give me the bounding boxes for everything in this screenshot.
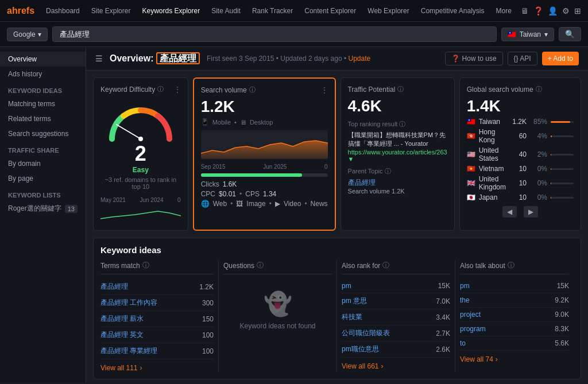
country-flag: 🇭🇰 bbox=[467, 132, 475, 140]
grid-icon[interactable]: ⊞ bbox=[574, 6, 581, 15]
sidebar-item-by-page[interactable]: By page bbox=[0, 171, 86, 186]
ki-keyword[interactable]: 產品經理 專業經理 bbox=[100, 346, 157, 356]
ki-keyword[interactable]: pm職位意思 bbox=[342, 344, 379, 354]
ki-keyword[interactable]: 科技業 bbox=[342, 312, 362, 322]
ki-empty-label: Keyword ideas not found bbox=[239, 322, 315, 330]
tr-info-icon[interactable]: ⓘ bbox=[399, 121, 405, 127]
update-link[interactable]: Update bbox=[349, 55, 371, 63]
ki-keyword[interactable]: 公司職位階級表 bbox=[342, 328, 390, 338]
ki-row: 產品經理 1.2K bbox=[100, 279, 214, 295]
ki-keyword[interactable]: 產品經理 工作內容 bbox=[100, 298, 157, 308]
svg-point-1 bbox=[138, 137, 143, 141]
nav-site-explorer[interactable]: Site Explorer bbox=[87, 5, 136, 17]
nav-keywords-explorer[interactable]: Keywords Explorer bbox=[137, 5, 204, 17]
logo: ahrefs bbox=[7, 6, 34, 16]
sv-value: 1.2K bbox=[201, 98, 328, 116]
ki-col-info-icon[interactable]: ⓘ bbox=[382, 261, 389, 270]
sv-more-icon[interactable]: ⋮ bbox=[321, 86, 328, 94]
nav-web-explorer[interactable]: Web Explorer bbox=[363, 5, 413, 17]
nav-rank-tracker[interactable]: Rank Tracker bbox=[247, 5, 297, 17]
user-icon[interactable]: 👤 bbox=[548, 6, 558, 15]
kd-sparkline bbox=[100, 204, 181, 222]
sidebar-section-keyword-ideas: Keyword ideas bbox=[0, 82, 86, 96]
help-icon[interactable]: ❓ bbox=[533, 6, 543, 15]
nav-more[interactable]: More bbox=[491, 5, 516, 17]
ki-vol: 150 bbox=[202, 315, 214, 323]
search-button[interactable]: 🔍 bbox=[559, 27, 581, 41]
gsv-info-icon[interactable]: ⓘ bbox=[536, 85, 542, 94]
nav-competitive-analysis[interactable]: Competitive Analysis bbox=[416, 5, 489, 17]
sv-sub: 📱 Mobile • 🖥 Desktop bbox=[201, 118, 328, 126]
ki-col-info-icon[interactable]: ⓘ bbox=[508, 261, 514, 270]
api-button[interactable]: {} API bbox=[508, 52, 537, 65]
ki-vol: 100 bbox=[202, 331, 214, 339]
sidebar-item-search-suggestions[interactable]: Search suggestions bbox=[0, 126, 86, 141]
sidebar-item-by-domain[interactable]: By domain bbox=[0, 156, 86, 171]
menu-icon[interactable]: ☰ bbox=[95, 54, 103, 63]
gsv-prev-button[interactable]: ◀ bbox=[502, 206, 517, 218]
kd-desc: ~3 ref. domains to rank in top 10 bbox=[100, 176, 181, 190]
ki-vol: 15K bbox=[557, 282, 569, 290]
ki-keyword[interactable]: 產品經理 薪水 bbox=[100, 314, 144, 324]
pt-info-icon[interactable]: ⓘ bbox=[385, 168, 391, 174]
country-pct: 0% bbox=[530, 165, 547, 173]
ki-keyword[interactable]: to bbox=[460, 339, 466, 347]
kd-info-icon[interactable]: ⓘ bbox=[157, 85, 164, 94]
country-row: 🇹🇼 Taiwan 1.2K 85% bbox=[467, 118, 574, 126]
nav-content-explorer[interactable]: Content Explorer bbox=[300, 5, 361, 17]
view-all-link[interactable]: View all 74 › bbox=[460, 355, 569, 363]
sidebar-item-ads-history[interactable]: Ads history bbox=[0, 67, 86, 82]
parent-topic-label: Parent Topic ⓘ bbox=[348, 167, 447, 176]
ki-col-info-icon[interactable]: ⓘ bbox=[142, 261, 149, 270]
country-row: 🇻🇳 Vietnam 10 0% bbox=[467, 165, 574, 173]
tp-info-icon[interactable]: ⓘ bbox=[397, 85, 404, 94]
kd-label: Easy bbox=[133, 166, 149, 174]
how-to-button[interactable]: ❓ How to use bbox=[445, 52, 502, 65]
view-all-link[interactable]: View all 661 › bbox=[342, 362, 450, 370]
nav-dashboard[interactable]: Dashboard bbox=[41, 5, 84, 17]
cps-value: 1.34 bbox=[263, 190, 276, 198]
parent-topic-keyword[interactable]: 產品經理 bbox=[348, 178, 447, 188]
kd-more-icon[interactable]: ⋮ bbox=[174, 86, 181, 94]
top-ranking-url[interactable]: https://www.yourator.co/articles/263 ▼ bbox=[348, 149, 447, 162]
page-title: Overview: 產品經理 bbox=[110, 53, 200, 65]
sidebar-item-overview[interactable]: Overview bbox=[0, 52, 86, 67]
country-selector[interactable]: 🇹🇼 Taiwan ▾ bbox=[501, 28, 554, 41]
clicks-bar-bg bbox=[201, 173, 328, 177]
ki-keyword[interactable]: pm bbox=[460, 282, 470, 290]
sv-info-icon[interactable]: ⓘ bbox=[249, 86, 256, 94]
sidebar-keyword-list[interactable]: Roger選的關鍵字 13 bbox=[0, 201, 86, 216]
add-button[interactable]: + Add to bbox=[542, 52, 579, 65]
cards-grid: Keyword Difficulty ⓘ ⋮ bbox=[86, 71, 588, 238]
sidebar-item-matching-terms[interactable]: Matching terms bbox=[0, 96, 86, 111]
ki-col-info-icon[interactable]: ⓘ bbox=[257, 261, 264, 270]
country-row: 🇭🇰 Hong Kong 60 4% bbox=[467, 128, 574, 144]
view-all-link[interactable]: View all 111 › bbox=[100, 364, 214, 372]
ki-keyword[interactable]: project bbox=[460, 311, 481, 319]
engine-label: Google bbox=[13, 30, 36, 38]
ki-col-header: Questions ⓘ bbox=[223, 261, 332, 274]
ki-keyword[interactable]: program bbox=[460, 325, 486, 333]
svg-marker-4 bbox=[201, 141, 328, 159]
nav-right: 🖥 ❓ 👤 ⚙ ⊞ bbox=[521, 6, 581, 15]
country-pct: 0% bbox=[530, 193, 547, 201]
ki-keyword[interactable]: the bbox=[460, 296, 470, 304]
country-flag: 🇹🇼 bbox=[467, 118, 475, 126]
cpc-value: $0.01 bbox=[219, 190, 236, 198]
gsv-card-title: Global search volume ⓘ bbox=[467, 85, 574, 94]
ki-vol: 9.2K bbox=[555, 296, 569, 304]
nav-site-audit[interactable]: Site Audit bbox=[207, 5, 245, 17]
settings-icon[interactable]: ⚙ bbox=[562, 6, 570, 15]
gsv-next-button[interactable]: ▶ bbox=[524, 206, 538, 218]
ki-keyword[interactable]: pm bbox=[342, 282, 351, 290]
ki-keyword[interactable]: 產品經理 bbox=[100, 282, 128, 292]
sidebar-item-related-terms[interactable]: Related terms bbox=[0, 111, 86, 126]
search-input[interactable] bbox=[52, 26, 497, 42]
ki-row: 公司職位階級表 2.7K bbox=[342, 325, 450, 342]
ki-keyword[interactable]: pm 意思 bbox=[342, 296, 367, 306]
ki-row: 科技業 3.4K bbox=[342, 309, 450, 325]
ki-vol: 7.0K bbox=[436, 297, 450, 305]
ki-keyword[interactable]: 產品經理 英文 bbox=[100, 330, 144, 340]
keyword-highlight: 產品經理 bbox=[156, 52, 200, 64]
engine-selector[interactable]: Google ▾ bbox=[7, 28, 48, 41]
